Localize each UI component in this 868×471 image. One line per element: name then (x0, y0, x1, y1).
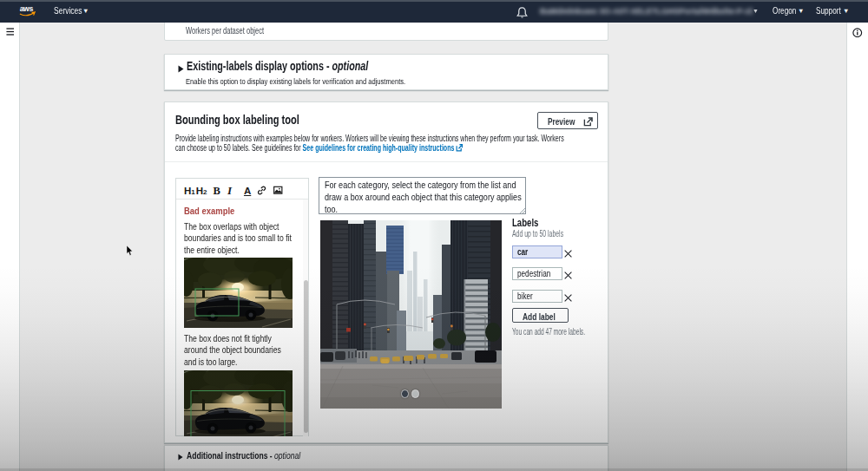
svg-text:aws: aws (20, 4, 34, 13)
